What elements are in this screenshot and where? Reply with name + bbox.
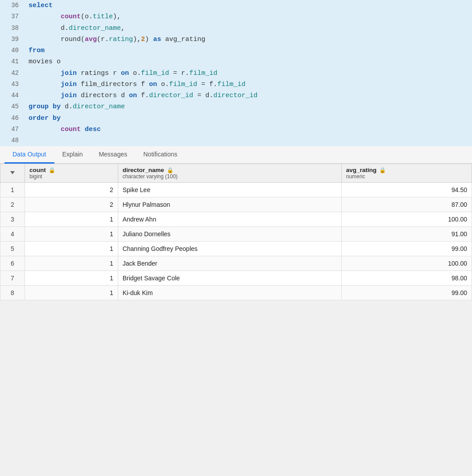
- col-name-label: count🔒: [29, 167, 55, 173]
- avg-rating-cell: 87.00: [341, 197, 472, 212]
- row-number-cell: 8: [0, 286, 25, 300]
- col-header-count[interactable]: count🔒bigint: [25, 164, 118, 183]
- code-line: 47 count desc: [0, 124, 472, 135]
- row-number-cell: 4: [0, 227, 25, 242]
- count-cell: 2: [25, 197, 118, 212]
- line-number: 41: [0, 57, 27, 67]
- code-editor: 36select37 count(o.title),38 d.director_…: [0, 0, 472, 146]
- code-line: 46order by: [0, 113, 472, 124]
- code-content: from: [27, 45, 472, 56]
- line-number: 48: [0, 136, 27, 146]
- avg-rating-cell: 98.00: [341, 271, 472, 286]
- code-content: join film_directors f on o.film_id = f.f…: [27, 79, 472, 90]
- line-number: 37: [0, 12, 27, 22]
- avg-rating-cell: 91.00: [341, 227, 472, 242]
- row-number-cell: 5: [0, 242, 25, 256]
- code-line: 43 join film_directors f on o.film_id = …: [0, 79, 472, 90]
- code-content: join ratings r on o.film_id = r.film_id: [27, 68, 472, 78]
- code-line: 48: [0, 135, 472, 146]
- line-number: 39: [0, 35, 27, 45]
- code-content: round(avg(r.rating),2) as avg_rating: [27, 34, 472, 45]
- col-name-label: avg_rating🔒: [346, 167, 386, 173]
- code-content: select: [27, 0, 472, 11]
- tab-notifications[interactable]: Notifications: [135, 146, 185, 164]
- col-type-label: bigint: [29, 173, 55, 180]
- table-row: 12Spike Lee94.50: [0, 183, 472, 197]
- line-number: 45: [0, 102, 27, 112]
- line-number: 44: [0, 91, 27, 101]
- director-name-cell: Jack Bender: [118, 256, 341, 271]
- line-number: 47: [0, 125, 27, 135]
- data-table-wrapper: count🔒bigintdirector_name🔒character vary…: [0, 164, 472, 300]
- line-number: 36: [0, 1, 27, 11]
- code-line: 36select: [0, 0, 472, 11]
- code-content: [27, 135, 472, 146]
- code-content: order by: [27, 113, 472, 123]
- table-row: 81Ki-duk Kim99.00: [0, 286, 472, 300]
- count-cell: 1: [25, 212, 118, 227]
- count-cell: 1: [25, 271, 118, 286]
- count-cell: 1: [25, 227, 118, 242]
- sort-arrow-icon: [10, 171, 15, 174]
- col-header-avg_rating[interactable]: avg_rating🔒numeric: [341, 164, 472, 183]
- col-type-label: numeric: [346, 173, 386, 180]
- line-number: 46: [0, 114, 27, 123]
- lock-icon: 🔒: [167, 167, 174, 173]
- code-line: 41movies o: [0, 56, 472, 67]
- table-row: 61Jack Bender100.00: [0, 256, 472, 271]
- director-name-cell: Bridget Savage Cole: [118, 271, 341, 286]
- row-number-cell: 6: [0, 256, 25, 271]
- code-line: 42 join ratings r on o.film_id = r.film_…: [0, 68, 472, 79]
- count-cell: 1: [25, 286, 118, 300]
- code-line: 37 count(o.title),: [0, 11, 472, 22]
- code-line: 38 d.director_name,: [0, 23, 472, 34]
- lock-icon: 🔒: [379, 167, 386, 173]
- code-line: 44 join directors d on f.director_id = d…: [0, 90, 472, 101]
- avg-rating-cell: 100.00: [341, 256, 472, 271]
- director-name-cell: Andrew Ahn: [118, 212, 341, 227]
- code-content: group by d.director_name: [27, 102, 472, 112]
- table-row: 51Channing Godfrey Peoples99.00: [0, 242, 472, 256]
- code-content: d.director_name,: [27, 23, 472, 33]
- count-cell: 1: [25, 256, 118, 271]
- code-content: join directors d on f.director_id = d.di…: [27, 90, 472, 101]
- count-cell: 1: [25, 242, 118, 256]
- code-content: count desc: [27, 124, 472, 135]
- director-name-cell: Juliano Dornelles: [118, 227, 341, 242]
- lock-icon: 🔒: [49, 167, 55, 173]
- results-table: count🔒bigintdirector_name🔒character vary…: [0, 164, 472, 300]
- line-number: 42: [0, 69, 27, 78]
- avg-rating-cell: 99.00: [341, 286, 472, 300]
- director-name-cell: Ki-duk Kim: [118, 286, 341, 300]
- table-row: 41Juliano Dornelles91.00: [0, 227, 472, 242]
- col-header-director_name[interactable]: director_name🔒character varying (100): [118, 164, 341, 183]
- director-name-cell: Hlynur Palmason: [118, 197, 341, 212]
- avg-rating-cell: 94.50: [341, 183, 472, 197]
- director-name-cell: Channing Godfrey Peoples: [118, 242, 341, 256]
- line-number: 43: [0, 80, 27, 90]
- tab-messages[interactable]: Messages: [91, 146, 135, 164]
- col-name-label: director_name🔒: [123, 167, 178, 173]
- avg-rating-cell: 99.00: [341, 242, 472, 256]
- row-number-cell: 1: [0, 183, 25, 197]
- table-row: 71Bridget Savage Cole98.00: [0, 271, 472, 286]
- code-line: 39 round(avg(r.rating),2) as avg_rating: [0, 34, 472, 45]
- col-type-label: character varying (100): [123, 173, 178, 180]
- director-name-cell: Spike Lee: [118, 183, 341, 197]
- code-line: 45group by d.director_name: [0, 101, 472, 112]
- line-number: 38: [0, 24, 27, 33]
- row-number-cell: 2: [0, 197, 25, 212]
- line-number: 40: [0, 46, 27, 56]
- table-row: 22Hlynur Palmason87.00: [0, 197, 472, 212]
- code-content: count(o.title),: [27, 12, 472, 22]
- row-number-cell: 7: [0, 271, 25, 286]
- count-cell: 2: [25, 183, 118, 197]
- code-line: 40from: [0, 45, 472, 56]
- code-content: movies o: [27, 57, 472, 67]
- tab-data-output[interactable]: Data Output: [4, 146, 54, 164]
- avg-rating-cell: 100.00: [341, 212, 472, 227]
- tab-explain[interactable]: Explain: [54, 146, 91, 164]
- row-number-cell: 3: [0, 212, 25, 227]
- table-row: 31Andrew Ahn100.00: [0, 212, 472, 227]
- tabs-bar: Data OutputExplainMessagesNotifications: [0, 146, 472, 164]
